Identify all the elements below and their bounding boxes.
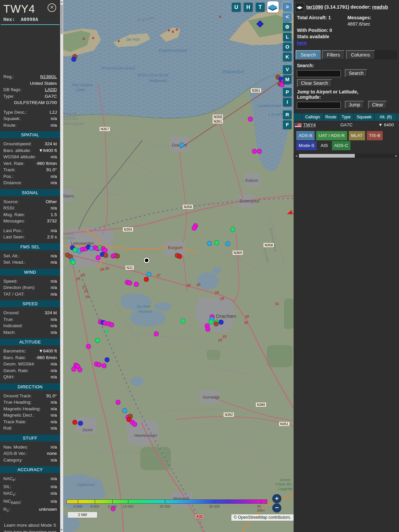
clear-search-button[interactable]: Clear Search bbox=[297, 79, 332, 87]
tab-search[interactable]: Search bbox=[296, 50, 321, 60]
zoom-in-button[interactable]: + bbox=[272, 494, 281, 503]
aircraft-dot[interactable] bbox=[105, 357, 110, 362]
tab-columns[interactable]: Columns bbox=[346, 50, 375, 60]
aircraft-dot[interactable] bbox=[257, 149, 262, 154]
aircraft-dot[interactable] bbox=[154, 332, 159, 336]
aircraft-dot[interactable] bbox=[134, 282, 139, 287]
horizontal-scrollbar[interactable]: ◄ ► bbox=[294, 154, 399, 158]
aircraft-dot[interactable] bbox=[252, 149, 257, 154]
map-side-button-next[interactable]: > bbox=[283, 3, 292, 11]
column-header[interactable]: Callsign bbox=[302, 113, 324, 121]
scroll-up-icon[interactable]: ▲ bbox=[60, 0, 63, 4]
jump-clear-button[interactable]: Clear bbox=[368, 101, 387, 109]
badge-mode-s[interactable]: Mode-S bbox=[296, 141, 317, 150]
aircraft-dot[interactable] bbox=[116, 400, 121, 405]
aircraft-dot[interactable] bbox=[96, 255, 101, 260]
aircraft-dot[interactable] bbox=[144, 277, 149, 282]
aircraft-dot[interactable] bbox=[86, 344, 91, 349]
badge-ads-c[interactable]: ADS-C bbox=[332, 141, 350, 150]
hscroll-thumb[interactable] bbox=[299, 154, 355, 158]
column-header[interactable]: Route bbox=[324, 113, 339, 121]
aircraft-dot[interactable] bbox=[102, 363, 107, 368]
aircraft-dot[interactable] bbox=[71, 260, 76, 265]
aircraft-dot[interactable] bbox=[207, 241, 212, 246]
callsign-link[interactable]: TWY4 bbox=[302, 121, 324, 129]
jump-button[interactable]: Jump bbox=[345, 101, 364, 109]
aircraft-dot[interactable] bbox=[177, 254, 182, 259]
aircraft-dot[interactable] bbox=[72, 420, 77, 425]
map-side-button-settings[interactable]: ⚙ bbox=[283, 23, 292, 31]
map-side-button-r[interactable]: R bbox=[283, 110, 292, 119]
column-header[interactable]: Spd bbox=[397, 113, 399, 121]
aircraft-table-row[interactable]: TWY4GA7C▼ 6400 bbox=[294, 121, 399, 129]
aircraft-dot[interactable] bbox=[219, 320, 224, 325]
zoom-out-button[interactable]: − bbox=[272, 503, 281, 512]
aircraft-dot[interactable] bbox=[71, 367, 76, 372]
selected-position-marker[interactable] bbox=[144, 258, 150, 263]
tar1090-link[interactable]: tar1090 bbox=[306, 4, 323, 10]
badge-mlat[interactable]: MLAT bbox=[349, 131, 365, 140]
map-side-button-l[interactable]: L bbox=[283, 33, 292, 41]
map-button-u[interactable]: U bbox=[232, 3, 241, 12]
aircraft-dot[interactable] bbox=[214, 240, 219, 245]
aircraft-dot[interactable] bbox=[95, 338, 100, 343]
aircraft-dot[interactable] bbox=[192, 226, 197, 231]
aircraft-dot[interactable] bbox=[71, 57, 76, 62]
left-panel-scrollbar[interactable]: ▲ ▼ bbox=[60, 0, 63, 532]
aircraft-dot[interactable] bbox=[77, 367, 82, 372]
map-side-button-m[interactable]: M bbox=[283, 75, 292, 84]
tab-filters[interactable]: Filters bbox=[322, 50, 345, 60]
scroll-left-icon[interactable]: ◄ bbox=[295, 154, 298, 158]
stats-here-link[interactable]: here bbox=[297, 40, 307, 46]
aircraft-dot[interactable] bbox=[230, 227, 235, 232]
aircraft-dot[interactable] bbox=[78, 421, 83, 426]
scroll-down-icon[interactable]: ▼ bbox=[60, 528, 63, 532]
column-header[interactable]: Type bbox=[339, 113, 354, 121]
collapse-sidebar-icon[interactable]: ◀▶ bbox=[295, 3, 304, 12]
map-button-t[interactable]: T bbox=[256, 3, 265, 12]
map[interactable]: FryslânDe HônEngelsmanplaatWierumerwadAm… bbox=[63, 0, 294, 532]
column-header[interactable]: Alt. (ft) bbox=[375, 113, 397, 121]
map-side-button-v[interactable]: V bbox=[283, 65, 292, 74]
aircraft-dot[interactable] bbox=[180, 143, 185, 148]
aircraft-dot[interactable] bbox=[127, 281, 132, 286]
search-input[interactable] bbox=[297, 70, 341, 77]
map-side-button-p[interactable]: P bbox=[283, 88, 292, 96]
jump-input[interactable] bbox=[297, 102, 341, 109]
map-side-button-k[interactable]: K bbox=[283, 53, 292, 61]
aircraft-dot[interactable] bbox=[115, 254, 120, 259]
aircraft-dot[interactable] bbox=[205, 327, 210, 332]
aircraft-dot[interactable] bbox=[97, 362, 102, 367]
scrollbar-thumb[interactable] bbox=[61, 5, 63, 34]
readsb-link[interactable]: readsb bbox=[372, 4, 388, 10]
aircraft-dot[interactable] bbox=[181, 319, 186, 324]
aircraft-dot[interactable] bbox=[132, 422, 137, 427]
aircraft-dot[interactable] bbox=[225, 241, 230, 246]
section-header: SIGNAL bbox=[0, 189, 60, 196]
close-icon[interactable]: ✕ bbox=[48, 3, 56, 12]
map-side-button-f[interactable]: F bbox=[283, 120, 292, 129]
road-badge: N355 bbox=[122, 227, 133, 232]
aircraft-dot[interactable] bbox=[248, 117, 253, 122]
aircraft-dot[interactable] bbox=[122, 408, 127, 413]
aircraft-dot[interactable] bbox=[147, 272, 152, 277]
map-side-button-prev[interactable]: < bbox=[283, 13, 292, 21]
badge-uat-ads-r[interactable]: UAT / ADS-R bbox=[316, 131, 347, 140]
aircraft-dot[interactable] bbox=[214, 322, 219, 327]
column-header[interactable]: Squawk bbox=[354, 113, 375, 121]
map-side-button-o[interactable]: O bbox=[283, 43, 292, 51]
aircraft-photo-placeholder bbox=[0, 25, 60, 73]
aircraft-dot[interactable] bbox=[109, 323, 114, 328]
badge-ads-b[interactable]: ADS-B bbox=[296, 131, 315, 140]
map-button-h[interactable]: H bbox=[244, 3, 253, 12]
layers-button[interactable] bbox=[267, 1, 279, 13]
search-button[interactable]: Search bbox=[345, 69, 367, 77]
aircraft-marker-triangle[interactable] bbox=[104, 329, 108, 334]
badge-ais[interactable]: AIS bbox=[318, 141, 330, 150]
column-header[interactable] bbox=[294, 113, 302, 121]
scroll-right-icon[interactable]: ► bbox=[395, 154, 398, 158]
badge-tis-b[interactable]: TIS-B bbox=[367, 131, 383, 140]
aircraft-dot[interactable] bbox=[209, 320, 214, 325]
map-side-button-i[interactable]: I bbox=[283, 98, 292, 106]
aircraft-dot[interactable] bbox=[103, 253, 108, 258]
